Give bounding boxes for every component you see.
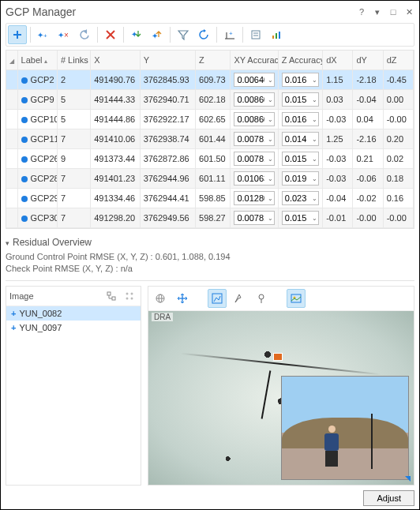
col-xy-accuracy[interactable]: XY Accuracy — [231, 51, 278, 70]
table-row[interactable]: GCP297491334.463762944.41598.85⌄⌄-0.04-0… — [6, 189, 414, 208]
refresh-button[interactable] — [194, 25, 213, 44]
cell-dz: 0.02 — [383, 149, 413, 169]
table-row[interactable]: GCP287491401.233762944.96601.11⌄⌄-0.03-0… — [6, 169, 414, 189]
table-row[interactable]: GCP117491410.063762938.74601.44⌄⌄1.25-2.… — [6, 129, 414, 149]
z-accuracy-input[interactable]: ⌄ — [282, 152, 319, 166]
col-dx[interactable]: dX — [323, 51, 353, 70]
help-icon[interactable]: ? — [356, 6, 367, 17]
image-viewport[interactable]: DRA — [148, 311, 414, 485]
cell-y: 3762922.17 — [140, 110, 195, 129]
col-dz[interactable]: dZ — [383, 51, 413, 70]
xy-accuracy-input[interactable]: ⌄ — [234, 152, 274, 166]
viewport-expand-handle[interactable] — [405, 476, 411, 482]
row-handle-header[interactable]: ◢ — [6, 51, 17, 70]
dropdown-icon[interactable]: ▾ — [372, 6, 383, 17]
col-label[interactable]: Label▴ — [17, 51, 57, 70]
filter-button[interactable] — [174, 25, 193, 44]
cell-label: GCP28 — [17, 169, 57, 189]
pan-button[interactable] — [173, 289, 192, 308]
globe-view-button[interactable] — [151, 289, 170, 308]
maximize-icon[interactable]: □ — [388, 6, 399, 17]
image-list: +YUN_0082+YUN_0097 — [6, 306, 141, 485]
cell-links: 9 — [57, 149, 90, 169]
xy-accuracy-input[interactable]: ⌄ — [234, 191, 274, 205]
cell-dx: -0.03 — [323, 110, 353, 129]
xy-accuracy-input[interactable]: ⌄ — [234, 92, 274, 107]
z-accuracy-input[interactable]: ⌄ — [282, 191, 319, 205]
col-z[interactable]: Z — [196, 51, 231, 70]
xy-accuracy-input[interactable]: ⌄ — [234, 112, 274, 126]
expand-plus-icon[interactable]: + — [11, 309, 16, 318]
export-gcp-button[interactable]: ✦ — [148, 25, 167, 44]
import-gcp-button[interactable]: ✦ — [127, 25, 146, 44]
row-handle[interactable] — [6, 70, 17, 90]
col-z-accuracy[interactable]: Z Accuracy — [278, 51, 322, 70]
gcp-dot-icon — [21, 156, 28, 163]
table-row[interactable]: GCP307491298.203762949.56598.27⌄⌄-0.01-0… — [6, 208, 414, 228]
col-links[interactable]: # Links — [57, 51, 90, 70]
pin-button[interactable] — [252, 289, 271, 308]
table-row[interactable]: GCP22491490.763762845.93609.73⌄⌄1.15-2.1… — [6, 70, 414, 90]
svg-text:×: × — [64, 31, 69, 39]
row-handle[interactable] — [6, 208, 17, 228]
image-list-item[interactable]: +YUN_0097 — [6, 321, 141, 335]
titlebar: GCP Manager ? ▾ □ ✕ — [6, 4, 414, 23]
adjust-button[interactable]: Adjust — [363, 490, 414, 506]
inset-photo[interactable] — [281, 376, 409, 480]
cell-label: GCP30 — [17, 208, 57, 228]
cell-label: GCP29 — [17, 189, 57, 208]
enhance-button[interactable] — [208, 289, 227, 308]
z-accuracy-input[interactable]: ⌄ — [282, 112, 319, 126]
table-row[interactable]: GCP105491444.863762922.17602.65⌄⌄-0.030.… — [6, 110, 414, 129]
row-handle[interactable] — [6, 110, 17, 129]
z-accuracy-input[interactable]: ⌄ — [282, 73, 319, 87]
cell-x: 491444.33 — [91, 90, 140, 110]
xy-accuracy-input[interactable]: ⌄ — [234, 73, 274, 87]
table-row[interactable]: GCP269491373.443762872.86601.50⌄⌄-0.030.… — [6, 149, 414, 169]
pick-point-button[interactable] — [230, 289, 249, 308]
view-collapse-handles[interactable]: ▴▾ — [408, 0, 418, 2]
z-accuracy-input[interactable]: ⌄ — [282, 132, 319, 146]
z-accuracy-input[interactable]: ⌄ — [282, 211, 319, 225]
cell-dy: -0.00 — [353, 208, 383, 228]
row-handle[interactable] — [6, 129, 17, 149]
z-accuracy-input[interactable]: ⌄ — [282, 171, 319, 186]
add-multi-gcp-button[interactable]: ✦+ — [34, 25, 53, 44]
chart-button[interactable] — [267, 25, 286, 44]
report-button[interactable] — [246, 25, 265, 44]
xy-accuracy-input[interactable]: ⌄ — [234, 211, 274, 225]
cell-y: 3762940.71 — [140, 90, 195, 110]
viewer-toolbar — [148, 287, 414, 311]
row-handle[interactable] — [6, 149, 17, 169]
table-row[interactable]: GCP95491444.333762940.71602.18⌄⌄0.03-0.0… — [6, 90, 414, 110]
cell-z: 602.18 — [196, 90, 231, 110]
residual-overview-header[interactable]: ▾Residual Overview — [6, 234, 414, 251]
remove-multi-gcp-button[interactable]: ✦× — [54, 25, 73, 44]
image-list-item[interactable]: +YUN_0082 — [6, 306, 141, 321]
image-name: YUN_0097 — [19, 323, 62, 332]
svg-text:✦: ✦ — [37, 31, 43, 39]
measure-button[interactable]: + — [220, 25, 239, 44]
close-icon[interactable]: ✕ — [403, 6, 414, 17]
row-handle[interactable] — [6, 189, 17, 208]
undo-button[interactable] — [75, 25, 94, 44]
svg-point-26 — [131, 297, 133, 299]
col-dy[interactable]: dY — [353, 51, 383, 70]
z-accuracy-input[interactable]: ⌄ — [282, 92, 319, 107]
row-handle[interactable] — [6, 90, 17, 110]
add-gcp-button[interactable] — [8, 25, 27, 44]
col-y[interactable]: Y — [140, 51, 195, 70]
image-thumb-view-button[interactable] — [122, 289, 137, 303]
expand-plus-icon[interactable]: + — [11, 323, 16, 332]
svg-point-24 — [131, 292, 133, 294]
xy-accuracy-input[interactable]: ⌄ — [234, 171, 274, 186]
image-mode-button[interactable] — [287, 289, 306, 308]
svg-rect-13 — [252, 31, 260, 39]
gcp-flag-marker[interactable] — [273, 353, 283, 361]
col-x[interactable]: X — [91, 51, 140, 70]
cell-dz: 0.18 — [383, 169, 413, 189]
image-tree-view-button[interactable] — [103, 289, 119, 303]
xy-accuracy-input[interactable]: ⌄ — [234, 132, 274, 146]
row-handle[interactable] — [6, 169, 17, 189]
delete-button[interactable] — [101, 25, 120, 44]
